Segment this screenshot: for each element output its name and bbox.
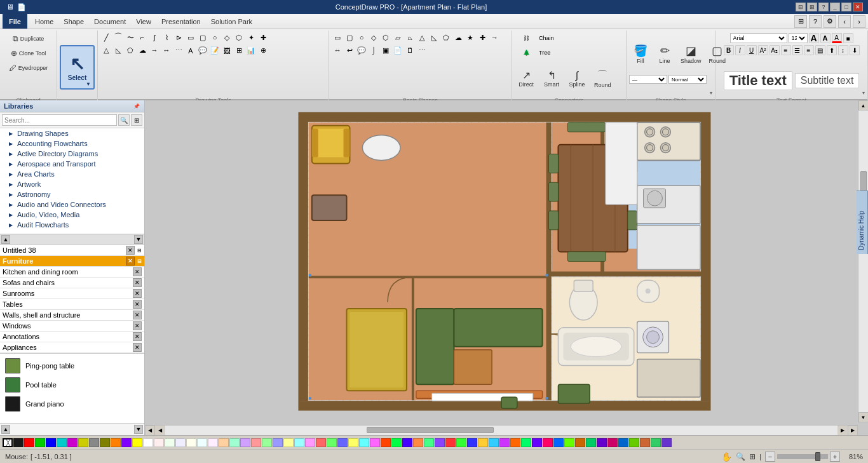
menu-presentation[interactable]: Presentation	[156, 17, 206, 27]
color-grape[interactable]	[661, 438, 672, 447]
cloud-tool[interactable]: ☁	[137, 44, 148, 56]
color-blue-light[interactable]	[175, 438, 186, 447]
color-light-yellow[interactable]	[283, 438, 294, 447]
lib-item-drawing-shapes[interactable]: Drawing Shapes	[0, 128, 144, 138]
color-brown-orange[interactable]	[575, 438, 585, 447]
color-red[interactable]	[24, 438, 34, 447]
trap-shape[interactable]: ⏢	[404, 32, 416, 43]
page-nav-left[interactable]: ◀	[156, 427, 164, 434]
open-lib-untitled38[interactable]: Untitled 38 ✕ ⊟	[0, 245, 144, 256]
win-expand-btn[interactable]: ⊞	[807, 3, 817, 11]
open-lib-walls[interactable]: Walls, shell and structure ✕	[0, 310, 144, 321]
lib-view-btn[interactable]: ⊞	[131, 114, 142, 126]
color-neon-green[interactable]	[456, 438, 466, 447]
color-emerald[interactable]	[586, 438, 596, 447]
panel-nav-down[interactable]: ▼	[134, 235, 143, 244]
color-light-cyan[interactable]	[294, 438, 304, 447]
star-tool[interactable]: ✦	[245, 32, 257, 43]
smart-btn[interactable]: ↰ Smart	[540, 61, 563, 96]
color-medium-blue[interactable]	[337, 438, 348, 447]
close-untitled38[interactable]: ✕	[126, 246, 135, 255]
direct-btn[interactable]: ↗ Direct	[515, 61, 538, 96]
text-tool[interactable]: A	[185, 45, 196, 57]
lib-item-audio-video-conn[interactable]: Audio and Video Connectors	[0, 199, 144, 210]
color-pink-light[interactable]	[154, 438, 164, 447]
triangle-tool[interactable]: △	[100, 44, 112, 56]
dbl-arr-shape[interactable]: ↔	[332, 44, 343, 56]
diamond-tool[interactable]: ◇	[221, 32, 233, 43]
open-lib-sofas[interactable]: Sofas and chairs ✕	[0, 278, 144, 288]
color-spring-green[interactable]	[521, 438, 531, 447]
color-bright-pink[interactable]	[370, 438, 380, 447]
menu-home[interactable]: Home	[30, 17, 58, 27]
win-tile-btn[interactable]: ⊟	[796, 3, 806, 11]
open-lib-sunrooms[interactable]: Sunrooms ✕	[0, 288, 144, 299]
clone-tool-btn[interactable]: ⊕ Clone Tool	[3, 46, 54, 60]
menu-solution-park[interactable]: Solution Park	[206, 17, 257, 27]
no-fill-swatch[interactable]: ╳	[3, 438, 13, 447]
color-vivid-orange[interactable]	[510, 438, 520, 447]
star-shape[interactable]: ★	[465, 32, 476, 43]
shape-style-expand[interactable]: ▾	[710, 90, 712, 96]
triangle-shape[interactable]: △	[416, 32, 428, 43]
color-bright-blue[interactable]	[467, 438, 477, 447]
align-middle-btn[interactable]: ↕	[838, 45, 848, 55]
color-lavender[interactable]	[240, 438, 250, 447]
lib-item-accounting[interactable]: Accounting Flowcharts	[0, 138, 144, 149]
close-annotations[interactable]: ✕	[133, 332, 142, 341]
note-tool[interactable]: 📝	[209, 45, 220, 57]
callout-tool[interactable]: 💬	[197, 45, 208, 57]
color-bright-yellow[interactable]	[348, 438, 358, 447]
color-gray[interactable]	[89, 438, 99, 447]
align-justify-btn[interactable]: ▤	[815, 45, 825, 55]
color-light-green[interactable]	[262, 438, 272, 447]
close-tables[interactable]: ✕	[133, 300, 142, 309]
color-cyan-light[interactable]	[197, 438, 207, 447]
cross-shape[interactable]: ✚	[477, 32, 488, 43]
pentagon-tool[interactable]: ⬠	[125, 44, 136, 56]
circle-shape[interactable]: ○	[356, 32, 367, 43]
style-select2[interactable]: Normal	[668, 75, 707, 84]
open-lib-tables[interactable]: Tables ✕	[0, 299, 144, 310]
rounded-rect-tool[interactable]: ▢	[197, 32, 208, 43]
diamond-shape[interactable]: ◇	[368, 32, 379, 43]
scroll-left-arrow[interactable]: ◀	[145, 426, 155, 436]
scroll-right-arrow[interactable]: ▶	[848, 426, 858, 436]
color-magenta-light[interactable]	[208, 438, 218, 447]
color-rose[interactable]	[543, 438, 553, 447]
open-lib-annotations[interactable]: Annotations ✕	[0, 332, 144, 342]
win-close-btn[interactable]: ✕	[853, 3, 863, 11]
freehand-tool[interactable]: 〜	[125, 32, 136, 43]
rect-shape[interactable]: ▭	[332, 32, 343, 43]
bezier-tool[interactable]: ∫	[149, 32, 160, 43]
color-lime[interactable]	[327, 438, 337, 447]
bend-arr-shape[interactable]: ↩	[344, 44, 355, 56]
open-lib-windows[interactable]: Windows ✕	[0, 321, 144, 332]
font-size-select[interactable]: 12	[789, 33, 808, 43]
color-green-spring[interactable]	[391, 438, 402, 447]
color-coral[interactable]	[316, 438, 326, 447]
color-seafoam[interactable]	[424, 438, 434, 447]
color-blue-violet[interactable]	[532, 438, 542, 447]
lib-pin-btn[interactable]: 📌	[133, 102, 140, 110]
more-tool[interactable]: ⋯	[173, 44, 184, 56]
color-cyan[interactable]	[57, 438, 67, 447]
panel-scroll-down-btn[interactable]: ▼	[134, 425, 143, 434]
color-yellow-dark[interactable]	[78, 438, 88, 447]
polyline-tool[interactable]: ⌐	[137, 32, 148, 43]
font-color-btn[interactable]: A	[832, 33, 842, 43]
close-sunrooms[interactable]: ✕	[133, 289, 142, 298]
subscript-btn[interactable]: A₂	[770, 45, 780, 55]
expand-tool[interactable]: ⊕	[257, 45, 269, 57]
color-jade[interactable]	[651, 438, 661, 447]
color-yellow[interactable]	[132, 438, 142, 447]
lib-item-astronomy[interactable]: Astronomy	[0, 189, 144, 199]
circle-tool[interactable]: ○	[209, 32, 220, 43]
multi-line-tool[interactable]: ⌇	[161, 32, 172, 43]
color-electric-purple[interactable]	[499, 438, 510, 447]
color-dark-purple[interactable]	[597, 438, 607, 447]
lib-item-active-directory[interactable]: Active Directory Diagrams	[0, 149, 144, 159]
para-shape[interactable]: ▱	[392, 32, 403, 43]
color-sapphire[interactable]	[618, 438, 628, 447]
color-bright-cyan[interactable]	[359, 438, 369, 447]
